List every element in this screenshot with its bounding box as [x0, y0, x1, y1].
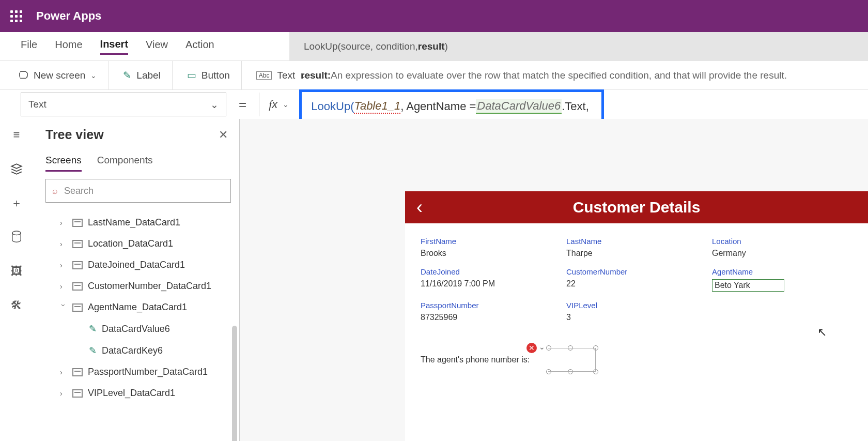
field-value[interactable]: Beto Yark	[712, 279, 784, 292]
field-datejoined: DateJoined11/16/2019 7:00 PM	[421, 267, 561, 292]
equals-sign: =	[239, 97, 246, 113]
field-firstname: FirstNameBrooks	[421, 237, 561, 258]
selected-label-control[interactable]: ✕ ⌄	[534, 348, 596, 372]
field-value: 22	[566, 279, 707, 288]
search-input[interactable]: ⌕ Search	[45, 179, 231, 203]
datacard-icon	[72, 219, 83, 227]
left-rail: ≡ ＋ 🖼 🛠	[0, 119, 33, 441]
field-value: Germany	[712, 249, 853, 258]
button-icon: ▭	[187, 69, 196, 81]
field-label: PassportNumber	[421, 301, 561, 310]
app-title: Power Apps	[32, 9, 101, 23]
back-icon[interactable]: ‹	[405, 196, 434, 218]
tree-node-label: DataCardKey6	[102, 345, 163, 356]
datacard-icon	[72, 240, 83, 248]
tree-node[interactable]: ›CustomerNumber_DataCard1	[45, 276, 231, 297]
screen-icon: 🖵	[19, 70, 28, 81]
field-location: LocationGermany	[712, 237, 853, 258]
tree-view-icon[interactable]	[9, 161, 24, 177]
field-label: CustomerNumber	[566, 267, 707, 276]
search-icon: ⌕	[52, 186, 58, 196]
tree-node[interactable]: ›AgentName_DataCard1	[45, 297, 231, 318]
field-lastname: LastNameTharpe	[566, 237, 707, 258]
tree-tab-screens[interactable]: Screens	[45, 155, 82, 172]
field-label: LastName	[566, 237, 707, 246]
field-label: AgentName	[712, 267, 853, 276]
chevron-right-icon: ›	[60, 282, 67, 291]
label-icon: ✎	[123, 69, 131, 81]
field-value: 87325969	[421, 313, 561, 322]
menu-insert[interactable]: Insert	[100, 38, 128, 55]
preview-title: Customer Details	[434, 199, 868, 216]
chevron-down-icon: ⌄	[90, 71, 97, 80]
waffle-icon[interactable]	[0, 10, 32, 22]
tree-tab-components[interactable]: Components	[97, 155, 153, 172]
chevron-right-icon: ›	[60, 389, 67, 398]
label-button[interactable]: ✎ Label	[123, 61, 173, 89]
field-label: VIPLevel	[566, 301, 707, 310]
tree-view-title: Tree view	[45, 127, 231, 142]
scrollbar[interactable]	[232, 326, 237, 441]
field-value: 3	[566, 313, 707, 322]
button-button[interactable]: ▭ Button	[187, 61, 242, 89]
field-value: 11/16/2019 7:00 PM	[421, 279, 561, 288]
tree-node[interactable]: ›Location_DataCard1	[45, 233, 231, 254]
new-screen-button[interactable]: 🖵 New screen ⌄	[19, 61, 109, 89]
tree-node-label: DateJoined_DataCard1	[88, 260, 185, 270]
fx-button[interactable]: fx ⌄	[259, 93, 289, 116]
tree-node[interactable]: ›PassportNumber_DataCard1	[45, 361, 231, 383]
tree: ›LastName_DataCard1›Location_DataCard1›D…	[45, 212, 231, 404]
cursor-icon: ↖	[817, 326, 827, 339]
formula-bar: Text ⌄ = fx ⌄ LookUp(Table1_1, AgentName…	[0, 90, 868, 119]
chevron-right-icon: ›	[60, 261, 67, 269]
datacard-icon	[72, 368, 83, 376]
field-value: Tharpe	[566, 249, 707, 258]
menu-view[interactable]: View	[146, 39, 168, 54]
tree-tabs: ScreensComponents	[45, 155, 231, 172]
datacard-icon	[72, 389, 83, 398]
tree-node[interactable]: ✎DataCardValue6	[45, 318, 231, 340]
error-badge-icon[interactable]: ✕	[526, 343, 537, 353]
close-icon[interactable]: ✕	[219, 128, 228, 142]
app-titlebar: Power Apps	[0, 0, 868, 32]
agent-phone-label: The agent's phone number is:	[421, 355, 530, 364]
chevron-right-icon: ›	[60, 219, 67, 227]
menu-home[interactable]: Home	[55, 39, 82, 54]
svg-point-0	[12, 231, 21, 235]
tree-node-label: DataCardValue6	[102, 324, 170, 334]
field-viplevel: VIPLevel3	[566, 301, 707, 322]
canvas: ‹ Customer Details FirstNameBrooksLastNa…	[240, 119, 868, 441]
preview-body: FirstNameBrooksLastNameTharpeLocationGer…	[405, 223, 868, 441]
formula-signature-hint: LookUp(source, condition, result)	[300, 32, 868, 61]
menu-file[interactable]: File	[21, 39, 37, 54]
text-icon: Abc	[256, 71, 272, 80]
field-value: Brooks	[421, 249, 561, 258]
chevron-down-icon: ⌄	[283, 100, 289, 109]
datacard-icon	[72, 261, 83, 269]
chevron-right-icon: ›	[59, 304, 68, 311]
chevron-right-icon: ›	[60, 368, 67, 376]
tools-icon[interactable]: 🛠	[9, 298, 24, 313]
tree-node[interactable]: ›VIPLevel_DataCard1	[45, 383, 231, 404]
data-icon[interactable]	[9, 230, 24, 245]
tree-node[interactable]: ›DateJoined_DataCard1	[45, 254, 231, 276]
hamburger-icon[interactable]: ≡	[9, 127, 24, 143]
tree-view-panel: Tree view ✕ ScreensComponents ⌕ Search ›…	[33, 119, 240, 441]
media-icon[interactable]: 🖼	[9, 264, 24, 279]
tree-node-label: VIPLevel_DataCard1	[88, 388, 175, 399]
formula-param-help: result: An expression to evaluate over t…	[301, 61, 787, 90]
preview-header: ‹ Customer Details	[405, 191, 868, 223]
property-dropdown[interactable]: Text ⌄	[21, 93, 226, 116]
fx-icon: fx	[269, 98, 277, 111]
add-icon[interactable]: ＋	[9, 195, 24, 211]
tree-node-label: AgentName_DataCard1	[88, 302, 187, 313]
tree-node[interactable]: ›LastName_DataCard1	[45, 212, 231, 233]
menu-action[interactable]: Action	[185, 39, 214, 54]
chevron-down-icon: ⌄	[210, 99, 219, 111]
tree-node-label: Location_DataCard1	[88, 238, 173, 249]
field-agentname: AgentNameBeto Yark	[712, 267, 853, 292]
edit-icon: ✎	[89, 323, 97, 334]
tree-node[interactable]: ✎DataCardKey6	[45, 340, 231, 361]
chevron-down-icon[interactable]: ⌄	[539, 343, 545, 351]
datacard-icon	[72, 303, 83, 312]
